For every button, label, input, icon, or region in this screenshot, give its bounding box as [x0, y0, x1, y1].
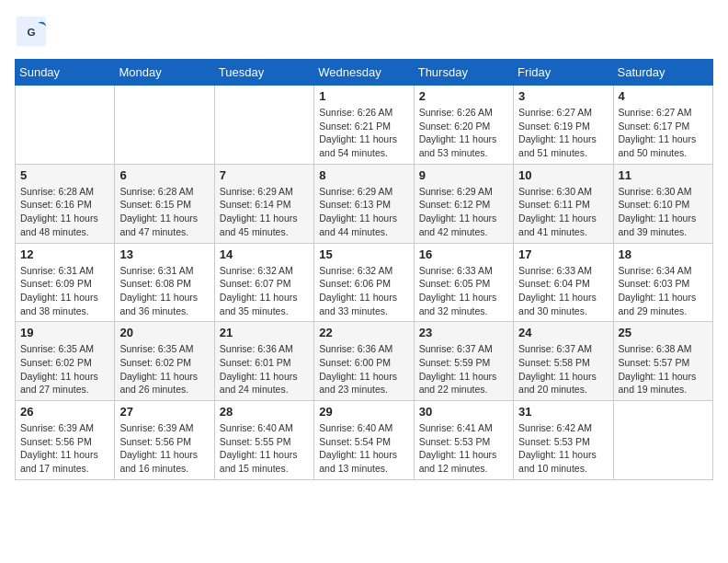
calendar-cell — [16, 86, 115, 165]
calendar-cell: 30Sunrise: 6:41 AM Sunset: 5:53 PM Dayli… — [414, 401, 513, 480]
calendar-cell: 1Sunrise: 6:26 AM Sunset: 6:21 PM Daylig… — [314, 86, 414, 165]
day-number: 7 — [220, 168, 309, 182]
calendar-cell: 27Sunrise: 6:39 AM Sunset: 5:56 PM Dayli… — [115, 401, 214, 480]
calendar-cell: 5Sunrise: 6:28 AM Sunset: 6:16 PM Daylig… — [16, 164, 115, 243]
calendar-cell: 4Sunrise: 6:27 AM Sunset: 6:17 PM Daylig… — [613, 86, 712, 165]
calendar-cell: 26Sunrise: 6:39 AM Sunset: 5:56 PM Dayli… — [16, 401, 115, 480]
calendar-cell: 11Sunrise: 6:30 AM Sunset: 6:10 PM Dayli… — [613, 164, 712, 243]
calendar-week-row: 1Sunrise: 6:26 AM Sunset: 6:21 PM Daylig… — [16, 86, 713, 165]
calendar-cell: 9Sunrise: 6:29 AM Sunset: 6:12 PM Daylig… — [414, 164, 513, 243]
day-info: Sunrise: 6:26 AM Sunset: 6:20 PM Dayligh… — [419, 106, 508, 160]
day-number: 15 — [319, 247, 408, 261]
day-info: Sunrise: 6:39 AM Sunset: 5:56 PM Dayligh… — [20, 421, 109, 476]
day-info: Sunrise: 6:29 AM Sunset: 6:14 PM Dayligh… — [220, 185, 309, 239]
day-number: 22 — [319, 326, 408, 339]
day-number: 21 — [220, 326, 309, 339]
calendar-cell: 12Sunrise: 6:31 AM Sunset: 6:09 PM Dayli… — [16, 243, 115, 322]
day-number: 23 — [419, 326, 508, 339]
calendar-cell: 23Sunrise: 6:37 AM Sunset: 5:59 PM Dayli… — [414, 322, 513, 401]
day-info: Sunrise: 6:35 AM Sunset: 6:02 PM Dayligh… — [119, 342, 209, 396]
calendar-week-row: 5Sunrise: 6:28 AM Sunset: 6:16 PM Daylig… — [16, 164, 713, 243]
day-number: 3 — [518, 89, 608, 103]
day-info: Sunrise: 6:35 AM Sunset: 6:02 PM Dayligh… — [20, 342, 109, 396]
day-number: 24 — [518, 326, 608, 339]
calendar-cell — [214, 86, 313, 165]
calendar-cell: 3Sunrise: 6:27 AM Sunset: 6:19 PM Daylig… — [514, 86, 613, 165]
day-info: Sunrise: 6:39 AM Sunset: 5:56 PM Dayligh… — [119, 421, 209, 476]
calendar-cell: 21Sunrise: 6:36 AM Sunset: 6:01 PM Dayli… — [214, 322, 313, 401]
day-info: Sunrise: 6:38 AM Sunset: 5:57 PM Dayligh… — [619, 342, 708, 396]
calendar-cell — [613, 401, 712, 480]
day-info: Sunrise: 6:27 AM Sunset: 6:19 PM Dayligh… — [518, 106, 608, 160]
calendar-cell: 19Sunrise: 6:35 AM Sunset: 6:02 PM Dayli… — [16, 322, 115, 401]
day-number: 25 — [619, 326, 708, 339]
day-number: 6 — [119, 168, 209, 182]
day-number: 8 — [319, 168, 408, 182]
calendar-cell: 10Sunrise: 6:30 AM Sunset: 6:11 PM Dayli… — [514, 164, 613, 243]
calendar-cell: 18Sunrise: 6:34 AM Sunset: 6:03 PM Dayli… — [613, 243, 712, 322]
day-info: Sunrise: 6:29 AM Sunset: 6:12 PM Dayligh… — [419, 185, 508, 239]
calendar-cell: 15Sunrise: 6:32 AM Sunset: 6:06 PM Dayli… — [314, 243, 414, 322]
calendar-cell: 22Sunrise: 6:36 AM Sunset: 6:00 PM Dayli… — [314, 322, 414, 401]
weekday-header: Wednesday — [314, 60, 414, 86]
weekday-header: Thursday — [414, 60, 513, 86]
page-header: G — [15, 15, 713, 48]
day-number: 29 — [319, 405, 408, 419]
day-number: 14 — [220, 247, 309, 261]
calendar-cell: 16Sunrise: 6:33 AM Sunset: 6:05 PM Dayli… — [414, 243, 513, 322]
day-info: Sunrise: 6:37 AM Sunset: 5:58 PM Dayligh… — [518, 342, 608, 396]
day-number: 19 — [20, 326, 109, 339]
day-number: 1 — [319, 89, 408, 103]
calendar-cell: 8Sunrise: 6:29 AM Sunset: 6:13 PM Daylig… — [314, 164, 414, 243]
calendar-week-row: 12Sunrise: 6:31 AM Sunset: 6:09 PM Dayli… — [16, 243, 713, 322]
calendar-cell: 29Sunrise: 6:40 AM Sunset: 5:54 PM Dayli… — [314, 401, 414, 480]
day-number: 2 — [419, 89, 508, 103]
day-number: 18 — [619, 247, 708, 261]
weekday-header: Friday — [514, 60, 613, 86]
weekday-header: Sunday — [16, 60, 115, 86]
calendar-cell: 6Sunrise: 6:28 AM Sunset: 6:15 PM Daylig… — [115, 164, 214, 243]
day-info: Sunrise: 6:33 AM Sunset: 6:05 PM Dayligh… — [419, 264, 508, 318]
day-number: 30 — [419, 405, 508, 419]
day-info: Sunrise: 6:31 AM Sunset: 6:08 PM Dayligh… — [119, 264, 209, 318]
day-info: Sunrise: 6:40 AM Sunset: 5:55 PM Dayligh… — [220, 421, 309, 476]
day-info: Sunrise: 6:26 AM Sunset: 6:21 PM Dayligh… — [319, 106, 408, 160]
day-info: Sunrise: 6:31 AM Sunset: 6:09 PM Dayligh… — [20, 264, 109, 318]
calendar-cell: 7Sunrise: 6:29 AM Sunset: 6:14 PM Daylig… — [214, 164, 313, 243]
logo-icon: G — [15, 15, 48, 48]
day-number: 12 — [20, 247, 109, 261]
day-number: 26 — [20, 405, 109, 419]
day-number: 4 — [619, 89, 708, 103]
calendar-cell: 20Sunrise: 6:35 AM Sunset: 6:02 PM Dayli… — [115, 322, 214, 401]
day-number: 9 — [419, 168, 508, 182]
day-info: Sunrise: 6:37 AM Sunset: 5:59 PM Dayligh… — [419, 342, 508, 396]
calendar-cell: 17Sunrise: 6:33 AM Sunset: 6:04 PM Dayli… — [514, 243, 613, 322]
calendar-cell: 2Sunrise: 6:26 AM Sunset: 6:20 PM Daylig… — [414, 86, 513, 165]
day-info: Sunrise: 6:27 AM Sunset: 6:17 PM Dayligh… — [619, 106, 708, 160]
calendar-week-row: 19Sunrise: 6:35 AM Sunset: 6:02 PM Dayli… — [16, 322, 713, 401]
calendar-cell: 14Sunrise: 6:32 AM Sunset: 6:07 PM Dayli… — [214, 243, 313, 322]
weekday-header: Monday — [115, 60, 214, 86]
day-info: Sunrise: 6:32 AM Sunset: 6:06 PM Dayligh… — [319, 264, 408, 318]
calendar-week-row: 26Sunrise: 6:39 AM Sunset: 5:56 PM Dayli… — [16, 401, 713, 480]
day-number: 28 — [220, 405, 309, 419]
weekday-header: Saturday — [613, 60, 712, 86]
calendar-cell: 13Sunrise: 6:31 AM Sunset: 6:08 PM Dayli… — [115, 243, 214, 322]
day-info: Sunrise: 6:30 AM Sunset: 6:10 PM Dayligh… — [619, 185, 708, 239]
day-number: 11 — [619, 168, 708, 182]
weekday-header-row: SundayMondayTuesdayWednesdayThursdayFrid… — [16, 60, 713, 86]
day-info: Sunrise: 6:42 AM Sunset: 5:53 PM Dayligh… — [518, 421, 608, 476]
day-number: 10 — [518, 168, 608, 182]
calendar-cell: 25Sunrise: 6:38 AM Sunset: 5:57 PM Dayli… — [613, 322, 712, 401]
day-number: 5 — [20, 168, 109, 182]
day-info: Sunrise: 6:41 AM Sunset: 5:53 PM Dayligh… — [419, 421, 508, 476]
day-info: Sunrise: 6:28 AM Sunset: 6:15 PM Dayligh… — [119, 185, 209, 239]
day-info: Sunrise: 6:28 AM Sunset: 6:16 PM Dayligh… — [20, 185, 109, 239]
day-number: 13 — [119, 247, 209, 261]
calendar-table: SundayMondayTuesdayWednesdayThursdayFrid… — [15, 59, 713, 480]
logo: G — [15, 15, 51, 48]
calendar-cell: 24Sunrise: 6:37 AM Sunset: 5:58 PM Dayli… — [514, 322, 613, 401]
svg-text:G: G — [27, 26, 35, 38]
day-info: Sunrise: 6:33 AM Sunset: 6:04 PM Dayligh… — [518, 264, 608, 318]
day-number: 20 — [119, 326, 209, 339]
